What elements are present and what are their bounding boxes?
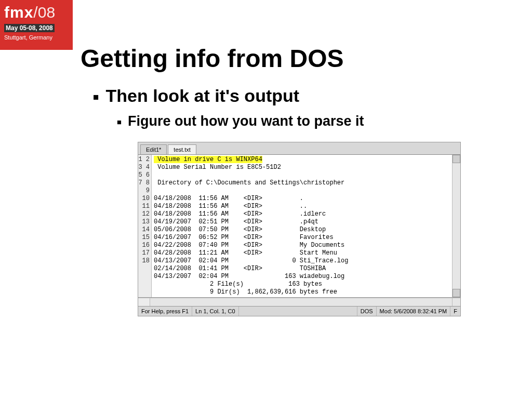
status-help: For Help, press F1 [138,307,192,316]
horizontal-scrollbar[interactable] [138,298,460,306]
conference-location: Stuttgart, Germany [4,34,69,41]
status-bar: For Help, press F1 Ln 1, Col. 1, C0 DOS … [138,306,460,316]
hsb-track[interactable] [150,298,452,306]
logo-divider [0,47,73,50]
status-modified: Mod: 5/6/2008 8:32:41 PM [377,307,451,316]
status-flag: F [450,307,460,316]
hsb-corner [452,298,460,306]
highlighted-line: Volume in drive C is WINXP64 [154,156,262,163]
code-body: Volume Serial Number is E8C5-51D2 Direct… [154,164,348,296]
editor-window: Edit1* test.txt 1 2 3 4 5 6 7 8 9 10 11 … [138,142,461,316]
status-position: Ln 1, Col. 1, C0 [192,307,238,316]
status-encoding: DOS [357,307,377,316]
brand-name: fmx [4,4,33,21]
vertical-scrollbar[interactable] [452,155,460,297]
line-gutter: 1 2 3 4 5 6 7 8 9 10 11 12 13 14 15 16 1… [138,155,152,297]
bullet-level-2: Figure out how you want to parse it [117,113,522,129]
tab-edit1[interactable]: Edit1* [140,144,167,154]
conference-dates: May 05-08, 2008 [4,24,55,32]
bullet-level-1: Then look at it's output [93,86,522,106]
tab-bar: Edit1* test.txt [138,142,460,155]
code-area: 1 2 3 4 5 6 7 8 9 10 11 12 13 14 15 16 1… [138,155,460,298]
tab-test-txt[interactable]: test.txt [168,144,196,154]
hsb-spacer [138,298,150,306]
conference-logo: fmx/08 May 05-08, 2008 Stuttgart, German… [0,0,73,47]
slide-content: Getting info from DOS Then look at it's … [81,44,522,316]
status-spacer [239,307,357,316]
slide-title: Getting info from DOS [81,44,522,73]
brand-year: /08 [33,4,55,21]
code-text[interactable]: Volume in drive C is WINXP64 Volume Seri… [152,155,452,297]
